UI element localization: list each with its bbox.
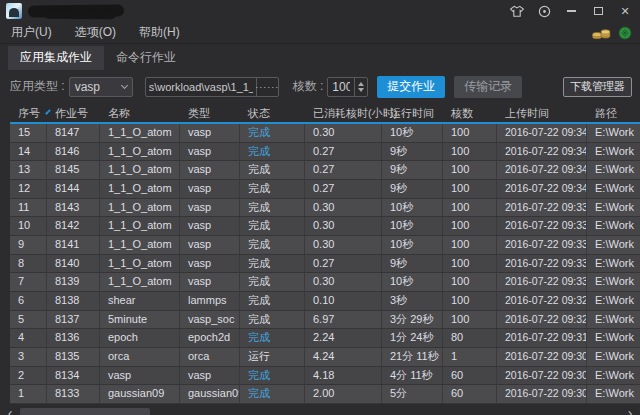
cores-stepper (327, 77, 368, 97)
job-submit-form: 应用类型 : vasp ······ 核数 : 提交作业 传输记录 下载管理器 (0, 70, 640, 104)
col-header-seq[interactable]: 序号 (10, 106, 47, 121)
cell-hours: 0.27 (305, 255, 382, 273)
cell-uploaded: 2016-07-22 09:30:52 (497, 348, 587, 366)
table-row[interactable]: 48136epochepoch2d完成2.241分 24秒802016-07-2… (10, 329, 640, 348)
cell-uploaded: 2016-07-22 09:32:37 (497, 292, 587, 310)
cell-hours: 0.30 (305, 273, 382, 291)
cell-hours: 0.30 (305, 236, 382, 254)
about-icon[interactable] (535, 3, 553, 19)
menu-help[interactable]: 帮助(H) (132, 22, 187, 43)
table-row[interactable]: 881401_1_O_atomvasp完成0.279秒1002016-07-22… (10, 255, 640, 274)
cell-type: vasp (180, 273, 240, 291)
table-row[interactable]: 1581471_1_O_atomvasp完成0.3010秒1002016-07-… (10, 124, 640, 143)
cell-status: 完成 (240, 292, 305, 310)
browse-button[interactable]: ······ (256, 78, 278, 96)
app-type-select[interactable]: vasp (69, 77, 133, 97)
credit-icon[interactable] (618, 26, 632, 40)
workload-path-group: ······ (145, 77, 279, 97)
cell-hours: 0.27 (305, 143, 382, 161)
col-header-uploaded[interactable]: 上传时间 (497, 106, 587, 121)
cell-seq: 8 (10, 255, 47, 273)
skin-icon[interactable] (508, 3, 526, 19)
table-row[interactable]: 581375minutevasp_soc完成6.973分 29秒1002016-… (10, 311, 640, 330)
cell-hours: 0.27 (305, 180, 382, 198)
cell-job: 8144 (47, 180, 100, 198)
cell-path: E:\Work (587, 199, 640, 217)
table-row[interactable]: 1081421_1_O_atomvasp完成0.3010秒1002016-07-… (10, 217, 640, 236)
transfer-records-button[interactable]: 传输记录 (454, 76, 522, 98)
table-row[interactable]: 1281441_1_O_atomvasp完成0.279秒1002016-07-2… (10, 180, 640, 199)
spinner-down-icon (358, 88, 364, 92)
col-header-name[interactable]: 名称 (100, 106, 180, 121)
cell-path: E:\Work (587, 273, 640, 291)
app-type-label: 应用类型 : (10, 78, 65, 95)
cell-name: 1_1_O_atom (100, 217, 180, 235)
cell-uploaded: 2016-07-22 09:33:36 (497, 255, 587, 273)
spinner-up-icon (358, 82, 364, 86)
cell-job: 8133 (47, 385, 100, 403)
cell-runtime: 9秒 (382, 180, 443, 198)
cell-status: 完成 (240, 161, 305, 179)
cell-job: 8142 (47, 217, 100, 235)
cell-job: 8136 (47, 329, 100, 347)
cell-seq: 12 (10, 180, 47, 198)
col-header-runtime[interactable]: 运行时间 (382, 106, 443, 121)
cell-name: 1_1_O_atom (100, 180, 180, 198)
cell-name: 1_1_O_atom (100, 273, 180, 291)
submit-job-button[interactable]: 提交作业 (377, 76, 445, 98)
col-header-path[interactable]: 路径 (587, 106, 640, 121)
table-row[interactable]: 1381451_1_O_atomvasp完成0.279秒1002016-07-2… (10, 161, 640, 180)
col-header-label: 运行时间 (390, 106, 434, 121)
tab-app-integrated-jobs[interactable]: 应用集成作业 (8, 46, 104, 70)
scroll-right-icon[interactable]: › (624, 407, 636, 415)
cell-cores: 100 (443, 161, 497, 179)
cell-type: vasp (180, 367, 240, 385)
table-row[interactable]: 38135orcaorca运行4.2421分 11秒12016-07-22 09… (10, 348, 640, 367)
table-row[interactable]: 1481461_1_O_atomvasp完成0.279秒1002016-07-2… (10, 143, 640, 162)
cell-hours: 0.30 (305, 217, 382, 235)
table-row[interactable]: 28134vaspvasp完成4.184分 11秒602016-07-22 09… (10, 367, 640, 386)
cell-seq: 6 (10, 292, 47, 310)
col-header-type[interactable]: 类型 (180, 106, 240, 121)
cell-path: E:\Work (587, 236, 640, 254)
col-header-status[interactable]: 状态 (240, 106, 305, 121)
table-row[interactable]: 781391_1_O_atomvasp完成0.3010秒1002016-07-2… (10, 273, 640, 292)
col-header-hours[interactable]: 已消耗核时(小时) (305, 106, 382, 121)
cell-name: vasp (100, 367, 180, 385)
cell-status: 完成 (240, 329, 305, 347)
app-icon (6, 3, 22, 19)
cell-name: orca (100, 348, 180, 366)
cores-spinner[interactable] (354, 78, 367, 96)
tab-command-line-jobs[interactable]: 命令行作业 (104, 46, 188, 70)
table-row[interactable]: 981411_1_O_atomvasp完成0.3010秒1002016-07-2… (10, 236, 640, 255)
coins-icon[interactable] (592, 26, 612, 40)
cell-type: vasp (180, 199, 240, 217)
cores-input[interactable] (328, 78, 354, 96)
table-row[interactable]: 68138shearlammps完成0.103秒1002016-07-22 09… (10, 292, 640, 311)
cell-runtime: 3分 29秒 (382, 311, 443, 329)
cell-status: 完成 (240, 180, 305, 198)
menu-user[interactable]: 用户(U) (4, 22, 59, 43)
close-button[interactable]: ✕ (616, 3, 634, 19)
cell-job: 8138 (47, 292, 100, 310)
minimize-button[interactable] (562, 3, 580, 19)
col-header-label: 路径 (595, 106, 617, 121)
scroll-left-icon[interactable]: ‹ (4, 407, 16, 415)
cell-job: 8147 (47, 124, 100, 142)
col-header-job[interactable]: 作业号 (47, 106, 100, 121)
cell-path: E:\Work (587, 161, 640, 179)
cell-hours: 4.18 (305, 367, 382, 385)
cell-job: 8140 (47, 255, 100, 273)
cell-job: 8146 (47, 143, 100, 161)
scrollbar-thumb[interactable] (20, 408, 150, 415)
maximize-button[interactable] (589, 3, 607, 19)
table-row[interactable]: 18133gaussian09gaussian09完成2.005分602016-… (10, 385, 640, 404)
col-header-cores[interactable]: 核数 (443, 106, 497, 121)
workload-path-input[interactable] (146, 78, 256, 96)
menu-options[interactable]: 选项(O) (68, 22, 123, 43)
cell-type: vasp (180, 217, 240, 235)
cell-cores: 100 (443, 180, 497, 198)
table-row[interactable]: 1181431_1_O_atomvasp完成0.3010秒1002016-07-… (10, 199, 640, 218)
cell-type: vasp (180, 255, 240, 273)
download-manager-button[interactable]: 下载管理器 (563, 77, 632, 97)
